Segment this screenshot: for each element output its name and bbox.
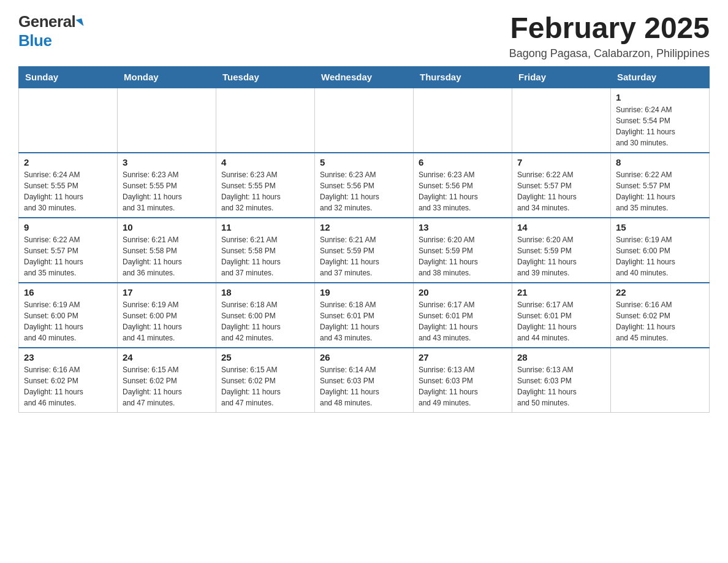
- day-number: 9: [24, 222, 112, 232]
- day-number: 13: [419, 222, 507, 232]
- calendar-cell: 8Sunrise: 6:22 AM Sunset: 5:57 PM Daylig…: [611, 153, 710, 218]
- day-number: 3: [123, 157, 211, 167]
- calendar-cell: 15Sunrise: 6:19 AM Sunset: 6:00 PM Dayli…: [611, 218, 710, 283]
- day-number: 8: [616, 157, 704, 167]
- day-info: Sunrise: 6:21 AM Sunset: 5:59 PM Dayligh…: [320, 234, 408, 278]
- calendar-cell: 17Sunrise: 6:19 AM Sunset: 6:00 PM Dayli…: [118, 283, 216, 348]
- calendar-header-friday: Friday: [512, 66, 611, 88]
- calendar-cell: [611, 348, 710, 413]
- logo-blue-text: Blue: [18, 31, 51, 50]
- calendar-cell: 20Sunrise: 6:17 AM Sunset: 6:01 PM Dayli…: [414, 283, 512, 348]
- calendar-header-saturday: Saturday: [611, 66, 710, 88]
- calendar-cell: 7Sunrise: 6:22 AM Sunset: 5:57 PM Daylig…: [512, 153, 611, 218]
- day-number: 12: [320, 222, 408, 232]
- logo-arrow-icon: [76, 18, 84, 28]
- calendar-cell: [512, 88, 611, 153]
- calendar-cell: 3Sunrise: 6:23 AM Sunset: 5:55 PM Daylig…: [118, 153, 216, 218]
- day-number: 24: [123, 352, 211, 362]
- day-info: Sunrise: 6:17 AM Sunset: 6:01 PM Dayligh…: [517, 299, 605, 343]
- calendar-header-monday: Monday: [118, 66, 216, 88]
- calendar-cell: 6Sunrise: 6:23 AM Sunset: 5:56 PM Daylig…: [414, 153, 512, 218]
- day-info: Sunrise: 6:21 AM Sunset: 5:58 PM Dayligh…: [123, 234, 211, 278]
- day-number: 11: [221, 222, 309, 232]
- day-info: Sunrise: 6:22 AM Sunset: 5:57 PM Dayligh…: [517, 169, 605, 213]
- calendar-header-tuesday: Tuesday: [216, 66, 315, 88]
- logo: General Blue: [18, 12, 83, 50]
- day-info: Sunrise: 6:24 AM Sunset: 5:54 PM Dayligh…: [616, 104, 704, 148]
- calendar-cell: [118, 88, 216, 153]
- month-title: February 2025: [509, 12, 710, 45]
- calendar-cell: [315, 88, 414, 153]
- calendar-cell: 10Sunrise: 6:21 AM Sunset: 5:58 PM Dayli…: [118, 218, 216, 283]
- calendar-header-wednesday: Wednesday: [315, 66, 414, 88]
- calendar-header-sunday: Sunday: [19, 66, 118, 88]
- calendar-cell: 13Sunrise: 6:20 AM Sunset: 5:59 PM Dayli…: [414, 218, 512, 283]
- calendar-table: SundayMondayTuesdayWednesdayThursdayFrid…: [18, 66, 710, 413]
- calendar-cell: [19, 88, 118, 153]
- location-text: Bagong Pagasa, Calabarzon, Philippines: [509, 47, 710, 60]
- day-number: 15: [616, 222, 704, 232]
- day-number: 1: [616, 92, 704, 102]
- day-number: 4: [221, 157, 309, 167]
- calendar-cell: 23Sunrise: 6:16 AM Sunset: 6:02 PM Dayli…: [19, 348, 118, 413]
- day-number: 2: [24, 157, 112, 167]
- calendar-cell: 12Sunrise: 6:21 AM Sunset: 5:59 PM Dayli…: [315, 218, 414, 283]
- day-number: 27: [419, 352, 507, 362]
- day-info: Sunrise: 6:15 AM Sunset: 6:02 PM Dayligh…: [221, 364, 309, 408]
- logo-general-text: General: [18, 12, 75, 31]
- calendar-header-thursday: Thursday: [414, 66, 512, 88]
- day-info: Sunrise: 6:15 AM Sunset: 6:02 PM Dayligh…: [123, 364, 211, 408]
- day-info: Sunrise: 6:16 AM Sunset: 6:02 PM Dayligh…: [24, 364, 112, 408]
- calendar-cell: 5Sunrise: 6:23 AM Sunset: 5:56 PM Daylig…: [315, 153, 414, 218]
- calendar-cell: 28Sunrise: 6:13 AM Sunset: 6:03 PM Dayli…: [512, 348, 611, 413]
- calendar-cell: 27Sunrise: 6:13 AM Sunset: 6:03 PM Dayli…: [414, 348, 512, 413]
- calendar-cell: 1Sunrise: 6:24 AM Sunset: 5:54 PM Daylig…: [611, 88, 710, 153]
- day-info: Sunrise: 6:13 AM Sunset: 6:03 PM Dayligh…: [517, 364, 605, 408]
- day-info: Sunrise: 6:20 AM Sunset: 5:59 PM Dayligh…: [517, 234, 605, 278]
- day-number: 21: [517, 287, 605, 297]
- calendar-week-row-2: 2Sunrise: 6:24 AM Sunset: 5:55 PM Daylig…: [19, 153, 710, 218]
- day-number: 26: [320, 352, 408, 362]
- calendar-week-row-4: 16Sunrise: 6:19 AM Sunset: 6:00 PM Dayli…: [19, 283, 710, 348]
- day-info: Sunrise: 6:23 AM Sunset: 5:55 PM Dayligh…: [221, 169, 309, 213]
- calendar-cell: [414, 88, 512, 153]
- calendar-cell: 21Sunrise: 6:17 AM Sunset: 6:01 PM Dayli…: [512, 283, 611, 348]
- day-info: Sunrise: 6:17 AM Sunset: 6:01 PM Dayligh…: [419, 299, 507, 343]
- day-info: Sunrise: 6:16 AM Sunset: 6:02 PM Dayligh…: [616, 299, 704, 343]
- day-info: Sunrise: 6:14 AM Sunset: 6:03 PM Dayligh…: [320, 364, 408, 408]
- day-number: 25: [221, 352, 309, 362]
- calendar-cell: 25Sunrise: 6:15 AM Sunset: 6:02 PM Dayli…: [216, 348, 315, 413]
- calendar-cell: 26Sunrise: 6:14 AM Sunset: 6:03 PM Dayli…: [315, 348, 414, 413]
- day-number: 23: [24, 352, 112, 362]
- calendar-cell: 18Sunrise: 6:18 AM Sunset: 6:00 PM Dayli…: [216, 283, 315, 348]
- day-info: Sunrise: 6:23 AM Sunset: 5:55 PM Dayligh…: [123, 169, 211, 213]
- calendar-week-row-3: 9Sunrise: 6:22 AM Sunset: 5:57 PM Daylig…: [19, 218, 710, 283]
- day-number: 14: [517, 222, 605, 232]
- day-number: 5: [320, 157, 408, 167]
- day-number: 28: [517, 352, 605, 362]
- calendar-cell: 4Sunrise: 6:23 AM Sunset: 5:55 PM Daylig…: [216, 153, 315, 218]
- day-info: Sunrise: 6:19 AM Sunset: 6:00 PM Dayligh…: [123, 299, 211, 343]
- day-number: 16: [24, 287, 112, 297]
- title-area: February 2025 Bagong Pagasa, Calabarzon,…: [509, 12, 710, 60]
- day-number: 7: [517, 157, 605, 167]
- day-info: Sunrise: 6:22 AM Sunset: 5:57 PM Dayligh…: [24, 234, 112, 278]
- calendar-header-row: SundayMondayTuesdayWednesdayThursdayFrid…: [19, 66, 710, 88]
- day-number: 18: [221, 287, 309, 297]
- day-info: Sunrise: 6:24 AM Sunset: 5:55 PM Dayligh…: [24, 169, 112, 213]
- day-number: 20: [419, 287, 507, 297]
- calendar-cell: 14Sunrise: 6:20 AM Sunset: 5:59 PM Dayli…: [512, 218, 611, 283]
- day-number: 19: [320, 287, 408, 297]
- calendar-cell: 11Sunrise: 6:21 AM Sunset: 5:58 PM Dayli…: [216, 218, 315, 283]
- day-info: Sunrise: 6:18 AM Sunset: 6:01 PM Dayligh…: [320, 299, 408, 343]
- day-info: Sunrise: 6:21 AM Sunset: 5:58 PM Dayligh…: [221, 234, 309, 278]
- calendar-cell: 16Sunrise: 6:19 AM Sunset: 6:00 PM Dayli…: [19, 283, 118, 348]
- day-number: 10: [123, 222, 211, 232]
- calendar-cell: 9Sunrise: 6:22 AM Sunset: 5:57 PM Daylig…: [19, 218, 118, 283]
- day-number: 6: [419, 157, 507, 167]
- day-info: Sunrise: 6:19 AM Sunset: 6:00 PM Dayligh…: [616, 234, 704, 278]
- day-number: 22: [616, 287, 704, 297]
- day-info: Sunrise: 6:18 AM Sunset: 6:00 PM Dayligh…: [221, 299, 309, 343]
- day-info: Sunrise: 6:23 AM Sunset: 5:56 PM Dayligh…: [419, 169, 507, 213]
- calendar-week-row-1: 1Sunrise: 6:24 AM Sunset: 5:54 PM Daylig…: [19, 88, 710, 153]
